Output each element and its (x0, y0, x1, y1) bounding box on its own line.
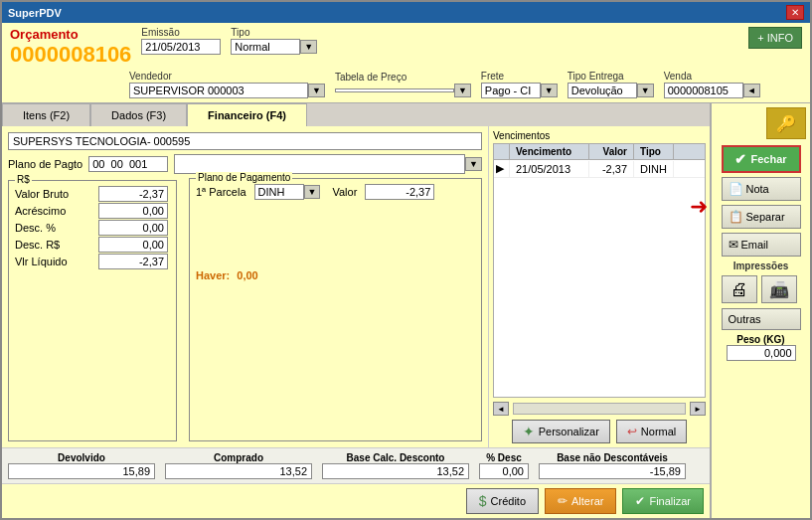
separar-button[interactable]: 📋 Separar (722, 205, 801, 229)
plano-select-value (174, 154, 465, 174)
vendedor-combo[interactable]: SUPERVISOR 000003 ▼ (129, 83, 325, 98)
vencimentos-label: Vencimentos (493, 130, 706, 141)
vlr-liquido-row: Vlr Líquido (15, 254, 170, 269)
emissao-input[interactable] (141, 39, 221, 55)
orcamento-number: 0000008106 (10, 42, 131, 68)
scroll-left-button[interactable]: ◄ (493, 402, 509, 416)
venc-cell-vencimento: 21/05/2013 (510, 161, 589, 177)
valor-parcela-label: Valor (332, 186, 357, 198)
base-nao-desc-input[interactable] (539, 463, 686, 479)
alterar-button[interactable]: ✏ Alterar (545, 488, 616, 514)
email-button[interactable]: ✉ Email (722, 233, 801, 257)
parcela-arrow[interactable]: ▼ (304, 185, 321, 199)
info-button[interactable]: + INFO (748, 27, 802, 49)
tipo-entrega-group: Tipo Entrega Devolução ▼ (568, 71, 654, 98)
desc-rs-input[interactable] (98, 237, 168, 253)
tabela-preco-combo[interactable]: ▼ (335, 84, 471, 97)
print-button-2[interactable]: 📠 (761, 275, 797, 303)
window-close-button[interactable]: ✕ (786, 5, 804, 20)
desc-pct-row: Desc. % (15, 220, 170, 236)
credito-button[interactable]: $ Crédito (466, 488, 539, 514)
orcamento-label: Orçamento (10, 27, 131, 42)
tipo-group: Tipo Normal ▼ (231, 27, 317, 55)
tab-itens[interactable]: Itens (F2) (2, 103, 90, 126)
email-label: Email (741, 239, 769, 251)
valor-parcela-input[interactable] (365, 184, 434, 200)
tipo-entrega-dropdown-arrow[interactable]: ▼ (637, 84, 654, 97)
venda-label: Venda (664, 71, 760, 82)
vendedor-value: SUPERVISOR 000003 (129, 83, 308, 98)
plano-select-arrow[interactable]: ▼ (465, 157, 482, 171)
emissao-label: Emissão (141, 27, 221, 38)
venc-col-vencimento (494, 144, 510, 159)
acrescimo-label: Acréscimo (15, 205, 94, 217)
fechar-label: Fechar (750, 153, 786, 165)
venc-col-valor-label: Valor (589, 144, 634, 159)
parcela-value: DINH (254, 184, 304, 200)
parcela-row: 1ª Parcela DINH ▼ Valor (196, 184, 475, 200)
vlr-liquido-label: Vlr Líquido (15, 256, 94, 267)
outras-button[interactable]: Outras (722, 308, 801, 330)
tipo-combo[interactable]: Normal ▼ (231, 39, 317, 55)
personalizar-normal-row: ✦ Personalizar ↩ Normal (493, 420, 706, 443)
credito-icon: $ (479, 493, 487, 509)
tipo-label: Tipo (231, 27, 317, 38)
tab-financeiro[interactable]: Financeiro (F4) (187, 103, 307, 126)
peso-group: Peso (KG) (722, 334, 801, 361)
personalizar-icon: ✦ (523, 424, 535, 439)
alterar-icon: ✏ (558, 494, 568, 508)
frete-dropdown-arrow[interactable]: ▼ (541, 84, 558, 97)
haver-label: Haver: (196, 269, 230, 281)
fechar-button[interactable]: ✔ Fechar (722, 145, 801, 173)
nota-label: Nota (746, 183, 769, 195)
vlr-liquido-input[interactable] (98, 254, 168, 269)
nota-button[interactable]: 📄 Nota (722, 177, 801, 201)
finalizar-icon: ✔ (635, 494, 645, 508)
peso-input[interactable] (727, 345, 796, 361)
tabela-preco-dropdown-arrow[interactable]: ▼ (454, 84, 471, 97)
outras-label: Outras (729, 313, 761, 325)
venc-row-arrow: ▶ (494, 160, 510, 177)
comprado-input[interactable] (165, 463, 312, 479)
valor-bruto-input[interactable] (98, 186, 168, 202)
impressoes-group: 🖨 📠 Outras (722, 275, 801, 330)
frete-combo[interactable]: Pago - CI ▼ (481, 83, 558, 98)
cliente-input[interactable] (8, 132, 482, 150)
middle-section: R$ Valor Bruto Acréscimo Desc. % (8, 178, 482, 441)
key-symbol: 🔑 (776, 114, 796, 133)
venc-row-0: ▶ 21/05/2013 -2,37 DINH (494, 160, 705, 178)
rs-legend: R$ (15, 174, 32, 185)
desc-pct-input[interactable] (98, 220, 168, 236)
financeiro-content: Vencimentos Vencimento Valor Tipo ▶ 21/0… (489, 126, 710, 447)
bottom-buttons: $ Crédito ✏ Alterar ✔ Finalizar (2, 483, 710, 518)
plano-pagto-input[interactable] (88, 156, 168, 172)
plano-select-combo[interactable]: ▼ (174, 154, 482, 174)
tab-dados[interactable]: Dados (F3) (90, 103, 187, 126)
vendedor-dropdown-arrow[interactable]: ▼ (308, 84, 325, 97)
personalizar-button[interactable]: ✦ Personalizar (512, 420, 610, 443)
scroll-right-button[interactable]: ► (690, 402, 706, 416)
rs-group: R$ Valor Bruto Acréscimo Desc. % (8, 180, 177, 441)
credito-label: Crédito (491, 495, 526, 507)
acrescimo-input[interactable] (98, 203, 168, 219)
tipo-entrega-value: Devolução (568, 83, 637, 98)
vendedor-group: Vendedor SUPERVISOR 000003 ▼ (129, 71, 325, 98)
devolvido-input[interactable] (8, 463, 155, 479)
printer2-icon: 📠 (769, 280, 789, 299)
pct-desc-input[interactable] (479, 463, 529, 479)
alterar-label: Alterar (571, 495, 603, 507)
normal-button[interactable]: ↩ Normal (616, 420, 687, 443)
venda-combo[interactable]: 0000008105 ◄ (664, 83, 760, 98)
pct-desc-label: % Desc (486, 452, 522, 463)
finalizar-button[interactable]: ✔ Finalizar (622, 488, 704, 514)
acrescimo-row: Acréscimo (15, 203, 170, 219)
venda-dropdown-arrow[interactable]: ◄ (743, 84, 760, 97)
tipo-dropdown-arrow[interactable]: ▼ (300, 40, 317, 54)
scrollbar-track[interactable] (513, 403, 686, 415)
parcela-combo[interactable]: DINH ▼ (254, 184, 321, 200)
main-area: Itens (F2) Dados (F3) Financeiro (F4) Pl… (2, 103, 810, 518)
valor-bruto-row: Valor Bruto (15, 186, 170, 202)
print-button-1[interactable]: 🖨 (722, 275, 757, 303)
base-calc-input[interactable] (322, 463, 469, 479)
tipo-entrega-combo[interactable]: Devolução ▼ (568, 83, 654, 98)
